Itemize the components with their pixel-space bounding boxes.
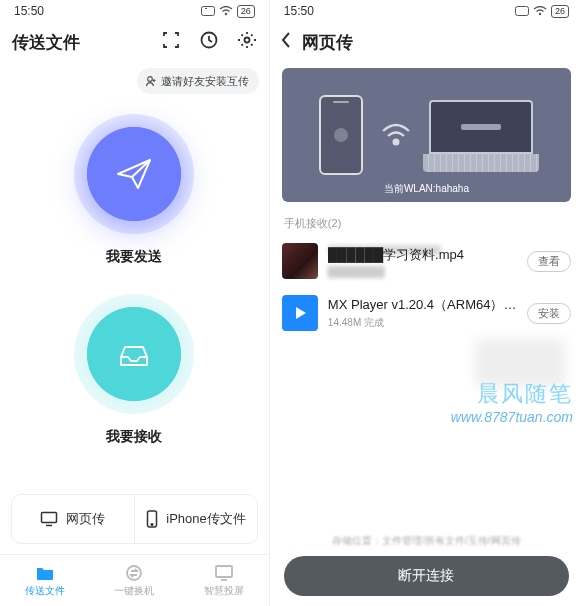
- install-button[interactable]: 安装: [527, 303, 571, 324]
- lower-area: 晨风随笔 www.8787tuan.com 存储位置：文件管理/所有文件/互传/…: [270, 339, 583, 606]
- storage-hint: 存储位置：文件管理/所有文件/互传/网页传: [270, 534, 583, 548]
- watermark: 晨风随笔 www.8787tuan.com: [451, 379, 573, 425]
- svg-point-4: [244, 38, 249, 43]
- wifi-icon: [533, 6, 547, 16]
- disconnect-button[interactable]: 断开连接: [284, 556, 569, 596]
- bottom-options: 网页传 iPhone传文件: [11, 494, 258, 544]
- person-icon: [145, 75, 157, 87]
- svg-rect-0: [201, 7, 214, 16]
- invite-label: 邀请好友安装互传: [161, 74, 249, 89]
- watermark-url: www.8787tuan.com: [451, 409, 573, 425]
- tab-swap-label: 一键换机: [114, 584, 154, 598]
- option-web-label: 网页传: [66, 510, 105, 528]
- wifi-large-icon: [381, 123, 411, 147]
- file-sub: ████████: [328, 266, 517, 277]
- phone-illustration: [319, 95, 363, 175]
- send-label: 我要发送: [106, 248, 162, 266]
- title-bar: 传送文件: [0, 22, 269, 62]
- tab-cast[interactable]: 智慧投屏: [179, 555, 269, 606]
- folder-icon: [35, 564, 55, 582]
- tab-transfer[interactable]: 传送文件: [0, 555, 90, 606]
- option-iphone-transfer[interactable]: iPhone传文件: [134, 495, 257, 543]
- file-name: ██████学习资料.mp4: [328, 246, 517, 264]
- wifi-icon: [219, 6, 233, 16]
- file-thumbnail-apk: [282, 295, 318, 331]
- status-time-right: 15:50: [284, 4, 314, 18]
- svg-rect-10: [216, 566, 232, 577]
- svg-rect-11: [515, 7, 528, 16]
- monitor-icon: [40, 511, 58, 527]
- settings-icon[interactable]: [237, 30, 257, 54]
- send-button[interactable]: [74, 114, 194, 234]
- svg-point-8: [151, 524, 153, 526]
- option-iphone-label: iPhone传文件: [166, 510, 245, 528]
- screen-transfer: 15:50 26 传送文件 邀请好友安装互传 我要发送 我要接收: [0, 0, 269, 606]
- wlan-label: 当前WLAN:hahaha: [282, 182, 571, 196]
- page-title-right: 网页传: [302, 31, 353, 54]
- scan-icon[interactable]: [161, 30, 181, 54]
- file-row[interactable]: ██████学习资料.mp4 ████████ 查看: [270, 235, 583, 287]
- status-bar: 15:50 26: [0, 0, 269, 22]
- file-name: MX Player v1.20.4（ARM64）.apk: [328, 296, 517, 314]
- header-right: 网页传: [270, 22, 583, 62]
- cast-icon: [214, 564, 234, 582]
- received-header: 手机接收(2): [270, 212, 583, 235]
- inbox-icon: [115, 335, 153, 373]
- tab-transfer-label: 传送文件: [25, 584, 65, 598]
- svg-point-2: [225, 13, 227, 15]
- battery-level: 26: [237, 5, 255, 18]
- swap-icon: [124, 564, 144, 582]
- svg-point-12: [539, 13, 541, 15]
- page-title: 传送文件: [12, 31, 80, 54]
- receive-label: 我要接收: [106, 428, 162, 446]
- screen-web-transfer: 15:50 26 网页传 当前WLAN:hahaha 手机接收(2) █████…: [269, 0, 583, 606]
- status-bar-right: 15:50 26: [270, 0, 583, 22]
- battery-level-right: 26: [551, 5, 569, 18]
- svg-rect-6: [42, 513, 57, 523]
- chevron-left-icon: [280, 31, 292, 49]
- history-icon[interactable]: [199, 30, 219, 54]
- paper-plane-icon: [114, 154, 154, 194]
- tab-bar: 传送文件 一键换机 智慧投屏: [0, 554, 269, 606]
- svg-point-9: [127, 566, 141, 580]
- play-icon: [292, 305, 308, 321]
- status-icons: 26: [201, 5, 255, 18]
- status-icons-right: 26: [515, 5, 569, 18]
- back-button[interactable]: [280, 31, 292, 53]
- laptop-illustration: [429, 100, 533, 170]
- option-web-transfer[interactable]: 网页传: [12, 495, 134, 543]
- file-thumbnail: [282, 243, 318, 279]
- tab-cast-label: 智慧投屏: [204, 584, 244, 598]
- receive-button[interactable]: [74, 294, 194, 414]
- file-sub: 14.48M 完成: [328, 316, 517, 330]
- svg-point-13: [394, 140, 399, 145]
- watermark-cn: 晨风随笔: [451, 379, 573, 409]
- svg-point-5: [148, 77, 153, 82]
- view-button[interactable]: 查看: [527, 251, 571, 272]
- status-time: 15:50: [14, 4, 44, 18]
- hero-illustration: 当前WLAN:hahaha: [282, 68, 571, 202]
- tab-swap[interactable]: 一键换机: [90, 555, 180, 606]
- invite-button[interactable]: 邀请好友安装互传: [137, 68, 259, 94]
- file-row[interactable]: MX Player v1.20.4（ARM64）.apk 14.48M 完成 安…: [270, 287, 583, 339]
- phone-icon: [146, 510, 158, 528]
- card-icon: [515, 6, 529, 16]
- card-icon: [201, 6, 215, 16]
